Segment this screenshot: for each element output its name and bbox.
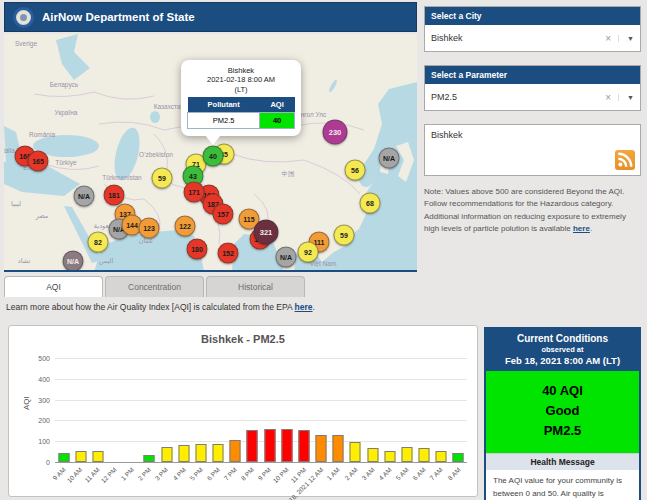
aqi-map-marker[interactable]: N/A xyxy=(63,251,84,272)
map-country-label: Беларусь xyxy=(50,81,78,88)
aqi-map-marker[interactable]: 157 xyxy=(213,204,234,225)
chart-plot-area: 01002003004005009 AM10 AM11 AM12 PM1 PM2… xyxy=(55,358,467,462)
city-panel: Select a City Bishkek × ▼ xyxy=(424,6,641,52)
tab-bar: AQI Concentration Historical xyxy=(4,276,305,297)
learn-more-suffix: . xyxy=(313,302,315,312)
chart-bar[interactable] xyxy=(298,430,309,462)
aqi-map-marker[interactable]: 82 xyxy=(88,232,109,253)
tab-historical[interactable]: Historical xyxy=(206,276,305,297)
map-country-label: Türkmenistan xyxy=(102,174,141,181)
popup-timezone: (LT) xyxy=(187,85,295,94)
aqi-map-marker[interactable]: 122 xyxy=(175,216,196,237)
health-message-title: Health Message xyxy=(486,453,639,470)
chart-bar[interactable] xyxy=(316,435,327,462)
chart-bar[interactable] xyxy=(161,447,172,462)
aqi-map-marker[interactable]: 321 xyxy=(254,220,279,245)
chart-bar[interactable] xyxy=(58,453,69,462)
chart-bar[interactable] xyxy=(144,455,155,462)
observed-at-value: Feb 18, 2021 8:00 AM (LT) xyxy=(488,355,637,366)
aqi-map-marker[interactable]: 171 xyxy=(184,182,205,203)
chart-y-tick-label: 100 xyxy=(38,438,55,445)
aqi-map-marker[interactable]: 180 xyxy=(187,239,208,260)
parameter-select[interactable]: PM2.5 × ▼ xyxy=(425,84,640,110)
feed-city-label: Bishkek xyxy=(431,130,634,140)
chart-bar[interactable] xyxy=(230,440,241,462)
map-country-label: 中国 xyxy=(282,170,295,179)
learn-more-link[interactable]: here xyxy=(295,302,313,312)
aqi-map-marker[interactable]: 165 xyxy=(28,151,49,172)
aqi-summary-block: 40 AQI Good PM2.5 xyxy=(486,371,639,453)
city-select[interactable]: Bishkek × ▼ xyxy=(425,25,640,51)
popup-aqi-value: 40 xyxy=(260,113,295,129)
learn-more-prefix: Learn more about how the Air Quality Ind… xyxy=(6,302,295,312)
rss-icon[interactable] xyxy=(615,150,635,170)
aqi-map-marker[interactable]: N/A xyxy=(74,186,95,207)
aqi-map-marker[interactable]: N/A xyxy=(379,148,400,169)
popup-city: Bishkek xyxy=(187,66,295,75)
aqi-map-marker[interactable]: 68 xyxy=(360,193,381,214)
map-country-label: România xyxy=(29,131,55,138)
health-message-text: The AQI value for your community is betw… xyxy=(486,470,639,500)
tab-concentration[interactable]: Concentration xyxy=(105,276,204,297)
note-suffix: . xyxy=(590,224,592,233)
city-clear-icon[interactable]: × xyxy=(598,33,618,44)
aqi-map-marker[interactable]: 181 xyxy=(104,185,125,206)
aqi-map-marker[interactable]: 56 xyxy=(345,160,366,181)
chart-y-tick-label: 400 xyxy=(38,375,55,382)
chart-bar[interactable] xyxy=(247,430,258,462)
chart-bar[interactable] xyxy=(75,451,86,462)
aqi-map-marker[interactable]: 40 xyxy=(203,146,224,167)
chart-bar[interactable] xyxy=(195,444,206,463)
aqi-parameter: PM2.5 xyxy=(486,421,639,441)
chart-gridline xyxy=(55,420,467,421)
city-caret-icon[interactable]: ▼ xyxy=(618,35,634,42)
chart-y-tick-label: 300 xyxy=(38,396,55,403)
aqi-map-marker[interactable]: 123 xyxy=(139,218,160,239)
map-country-label: Україна xyxy=(55,109,78,116)
parameter-panel: Select a Parameter PM2.5 × ▼ xyxy=(424,65,641,111)
current-conditions-header: Current Conditions observed at Feb 18, 2… xyxy=(486,329,639,371)
map-popup: Bishkek 2021-02-18 8:00 AM (LT) Pollutan… xyxy=(181,60,301,136)
current-conditions-panel: Current Conditions observed at Feb 18, 2… xyxy=(484,327,641,500)
aqi-map-marker[interactable]: 59 xyxy=(152,168,173,189)
aqi-map-marker[interactable]: 92 xyxy=(298,242,319,263)
aqi-map-marker[interactable]: 230 xyxy=(323,120,348,145)
chart-bar[interactable] xyxy=(453,453,464,462)
tab-aqi[interactable]: AQI xyxy=(4,276,103,297)
current-conditions-title: Current Conditions xyxy=(488,333,637,344)
app-title: AirNow Department of State xyxy=(42,11,195,23)
chart-bar[interactable] xyxy=(419,448,430,462)
chart-bar[interactable] xyxy=(367,448,378,462)
parameter-panel-title: Select a Parameter xyxy=(425,66,640,84)
chart-gridline xyxy=(55,358,467,359)
popup-pollutant-value: PM2.5 xyxy=(188,113,260,129)
chart-y-tick-label: 200 xyxy=(38,417,55,424)
chart-bar[interactable] xyxy=(178,445,189,462)
state-department-seal-icon xyxy=(13,7,34,28)
chart-bar[interactable] xyxy=(401,447,412,462)
aqi-map-marker[interactable]: N/A xyxy=(276,247,297,268)
map-country-label: Italia xyxy=(4,147,15,154)
popup-datetime: 2021-02-18 8:00 AM xyxy=(187,75,295,84)
popup-col-aqi: AQI xyxy=(260,97,295,113)
feed-box: Bishkek xyxy=(424,124,641,176)
map-country-label: Türkiye xyxy=(55,159,76,166)
popup-col-pollutant: Pollutant xyxy=(188,97,260,113)
aqi-chart-panel: Bishkek - PM2.5 AQI 01002003004005009 AM… xyxy=(8,325,478,497)
note-link[interactable]: here xyxy=(573,224,590,233)
chart-bar[interactable] xyxy=(350,442,361,462)
chart-bar[interactable] xyxy=(384,451,395,462)
chart-bar[interactable] xyxy=(436,451,447,462)
chart-bar[interactable] xyxy=(92,451,103,462)
parameter-caret-icon[interactable]: ▼ xyxy=(618,94,634,101)
chart-bar[interactable] xyxy=(333,435,344,462)
parameter-clear-icon[interactable]: × xyxy=(598,92,618,103)
chart-bar[interactable] xyxy=(213,444,224,463)
observed-at-label: observed at xyxy=(488,345,637,354)
chart-y-axis-label: AQI xyxy=(22,396,31,410)
chart-bar[interactable] xyxy=(281,429,292,462)
aqi-map[interactable]: SverigeБеларусьУкраїнаRomâniaItaliaΕλλάς… xyxy=(4,34,417,272)
aqi-map-marker[interactable]: 152 xyxy=(218,243,239,264)
aqi-map-marker[interactable]: 59 xyxy=(334,225,355,246)
chart-bar[interactable] xyxy=(264,429,275,462)
